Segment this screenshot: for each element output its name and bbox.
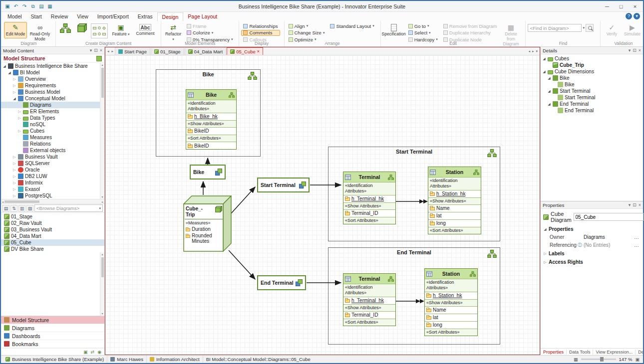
tree-item[interactable]: Business Intelligence Bike Share [1,63,104,69]
simulate-button[interactable]: ▶ Simulate [622,22,642,38]
panel-menu-icon[interactable]: ▾ [629,202,631,207]
expander-icon[interactable] [12,187,16,191]
owner-more-button[interactable]: … [633,234,641,240]
list-view-icon[interactable]: ▤ [2,205,9,212]
duplicate-hierarchy-button[interactable]: Duplicate Hierarchy [441,30,499,36]
expander-icon[interactable] [12,84,16,88]
zoom-slider-thumb[interactable] [600,357,604,362]
group-view-icon[interactable]: ▥ [18,205,25,212]
tree-item[interactable]: ER Elements [1,108,104,115]
diagram-name-input[interactable] [574,213,644,221]
feature-button[interactable]: ▣ Feature ▾ [109,22,132,38]
collapse-ribbon-icon[interactable]: ▾ [634,13,640,19]
grid-icon[interactable]: ▦ [46,3,53,9]
expander-icon[interactable] [12,194,16,198]
expander-icon[interactable] [542,70,546,74]
tree-item[interactable]: Requirements [1,82,104,89]
tree-item[interactable]: Measures [1,134,104,141]
expander-icon[interactable] [12,97,16,101]
list-scrollbar[interactable]: ▴▾ [100,252,104,316]
read-only-mode-button[interactable]: ∞ Read-Only Mode [28,22,51,43]
details-tree-item[interactable]: Start Terminal [541,88,643,94]
nav-item[interactable]: Diagrams [1,324,104,332]
undo-icon[interactable]: ↶ [12,3,19,9]
measure-row[interactable]: Duration [185,226,223,232]
expander-icon[interactable] [543,260,547,264]
pin-icon[interactable]: ⊡ [633,48,637,53]
details-tree-item[interactable]: Cube Dimensions [541,68,643,75]
frame-toggle[interactable]: Frame [185,23,235,29]
tree-item[interactable]: Data Types [1,115,104,121]
expander-icon[interactable] [17,116,21,120]
search-icon[interactable] [586,24,594,32]
details-tree-item[interactable]: End Terminal [541,107,643,114]
user-icon[interactable]: ◉ [97,350,101,355]
entity-terminal-end[interactable]: Terminal «Identification Attributes» h_T… [343,273,396,326]
go-to-button[interactable]: Go to▾ [406,23,440,29]
redo-icon[interactable]: ↷ [21,3,28,9]
diagram-list-item[interactable]: 04_Data Mart [1,233,104,239]
tab-forward-icon[interactable]: ▸ [111,48,115,55]
dimension-node-end-terminal[interactable]: End Terminal [257,275,306,290]
nav-item[interactable]: Dashboards [1,332,104,340]
tree-item[interactable]: PostgreSQL [1,192,104,199]
maximize-button[interactable]: □ [614,2,628,11]
tree-hscrollbar[interactable]: ◂▸ [1,199,104,204]
tree-item[interactable]: Business Vault [1,154,104,160]
remove-from-diagram-button[interactable]: Remove from Diagram [441,23,499,29]
expander-icon[interactable] [17,110,21,114]
tree-item[interactable]: DB2 LUW [1,173,104,180]
attribute-row[interactable]: BikeID [186,142,236,149]
entity-station-start[interactable]: Station «Identification Attributes» h_St… [428,167,481,234]
ribbon-tab[interactable]: Page Layout [183,12,222,21]
nav-item[interactable]: Model Structure [1,316,104,324]
referencing-more-button[interactable]: … [633,242,641,248]
expander-icon[interactable] [547,76,551,80]
ribbon-tab[interactable]: Model [3,12,26,21]
expander-icon[interactable] [7,71,11,75]
entity-terminal-start[interactable]: Terminal «Identification Attributes» h_T… [343,172,396,224]
standard-layout-button[interactable]: Standard Layout▾ [328,23,376,29]
fit-icon[interactable]: ▦ [574,357,578,362]
expander-icon[interactable] [12,162,16,166]
tree-item[interactable]: Overview [1,76,104,82]
save-icon[interactable]: ▣ [4,3,11,9]
ribbon-tab[interactable]: Review [46,12,72,21]
help-icon[interactable]: ? [626,13,632,19]
expander-icon[interactable] [12,155,16,159]
fullscreen-icon[interactable]: ▣ [635,357,640,362]
relationships-toggle[interactable]: Relationships [241,23,280,29]
comment-button[interactable]: Abc Comment [134,22,157,38]
find-dropdown-icon[interactable]: ▾ [583,26,585,30]
cube-trip-shape[interactable]: Cube_- Trip «Measures» Duration Rounded … [183,195,232,252]
sort-icon[interactable]: ⇅ [10,205,17,212]
diagram-list-item[interactable]: DV Bike Share [1,246,104,252]
expander-icon[interactable] [543,227,547,231]
expander-icon[interactable] [17,129,21,133]
add-folder-icon[interactable]: ▣ [83,350,88,355]
document-tab[interactable]: Start Page × [115,47,150,55]
tree-item[interactable]: Oracle [1,167,104,173]
tree-item[interactable]: Cubes [1,128,104,134]
tab-data-tools[interactable]: Data Tools [567,350,593,355]
scroll-tabs-right-icon[interactable]: ▸ [531,48,535,55]
panel-menu-icon[interactable]: ▾ [629,48,631,53]
details-tree-item[interactable]: Cube_Trip [541,62,643,68]
copy-icon[interactable]: ⧉ [29,3,36,9]
create-dimension-button[interactable] [74,22,89,34]
access-rights-section[interactable]: Access Rights [541,258,643,266]
diagram-list-item[interactable]: 01_Stage [1,213,104,220]
refactor-button[interactable]: ⇄ Refactor ▾ [163,22,183,43]
expander-icon[interactable] [543,252,547,256]
sync-icon[interactable]: ⇄ [91,350,95,355]
comments-toggle[interactable]: Comments [241,30,280,36]
ribbon-tab[interactable]: Import/Export [93,12,133,21]
colorize-button[interactable]: Colorize▾ [185,30,235,36]
expander-icon[interactable] [12,168,16,172]
tree-item[interactable]: Diagrams [1,102,104,108]
close-icon[interactable]: × [100,48,102,53]
details-tree-item[interactable]: Cubes [541,55,643,62]
tree-item[interactable]: SQLServer [1,160,104,167]
dimension-node-start-terminal[interactable]: Start Terminal [257,178,310,192]
filter-icon[interactable] [96,56,102,61]
